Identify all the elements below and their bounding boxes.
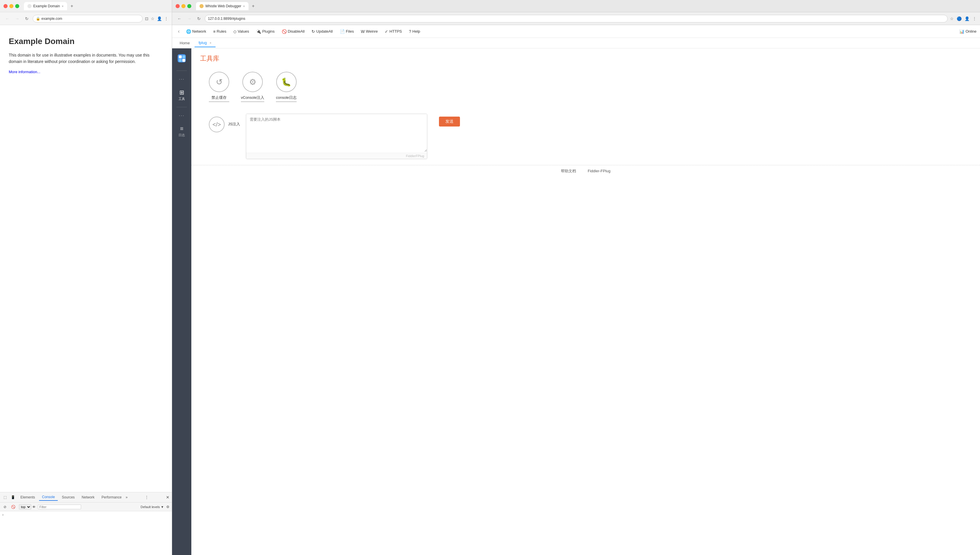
console-filter-input[interactable] [38,505,81,509]
menu-plugins-btn[interactable]: 🔌 Plugins [253,28,278,35]
left-navbar: ← → ↻ 🔒 example.com ⊡ ☆ 👤 ⋮ [0,12,172,25]
menu-disableall-btn[interactable]: 🚫 DisableAll [279,28,308,35]
right-menu-icon[interactable]: ⋮ [972,16,977,21]
right-tab-close-btn[interactable]: × [243,4,245,8]
right-maximize-btn[interactable] [187,4,191,8]
whistle-back-arrow[interactable]: ‹ [175,27,182,35]
left-tab-example-domain[interactable]: Example Domain × [24,2,67,10]
right-tab-favicon [199,4,204,8]
menu-rules-btn[interactable]: ≡ Rules [210,28,229,35]
devtools-inspect-icon[interactable]: ⬚ [2,495,8,500]
right-forward-btn[interactable]: → [185,16,193,22]
sidebar-item-log[interactable]: ≡ 日志 [173,123,190,140]
nav-icons: ⊡ ☆ 👤 ⋮ [145,16,168,21]
right-new-tab-btn[interactable]: + [252,3,255,9]
menu-icon[interactable]: ⋮ [164,16,168,21]
menu-https-btn[interactable]: ✓ HTTPS [382,28,405,35]
minimize-window-btn[interactable] [9,4,13,8]
weinre-icon: W [361,29,365,34]
js-inject-circle[interactable]: </> [209,117,225,132]
devtools-more-tabs[interactable]: » [126,495,128,499]
footer-help-docs[interactable]: 帮助文档 [561,168,576,174]
tool-item-console-log[interactable]: 🐛 console日志 [276,72,297,102]
maximize-window-btn[interactable] [15,4,19,8]
tool-item-disable-cache[interactable]: ↺ 禁止缓存 [209,72,229,102]
code-icon: </> [213,121,221,128]
plugin-content: 工具库 ↺ 禁止缓存 [191,48,980,555]
console-eye-icon[interactable]: 👁 [32,505,35,508]
refresh-btn[interactable]: ↻ [23,16,31,22]
log-icon: ≡ [180,125,183,132]
left-page-content: Example Domain This domain is for use in… [0,25,172,492]
profile-icon[interactable]: 👤 [157,16,162,21]
sidebar-item-dots-2[interactable]: ··· [173,111,190,121]
console-context-wrap: top 👁 [19,504,35,510]
more-info-link[interactable]: More information... [9,70,40,74]
right-bookmark-icon[interactable]: ☆ [950,16,954,21]
disable-cache-icon: ↺ [216,77,223,87]
whistle-menubar: ‹ 🌐 Network ≡ Rules ◇ Values 🔌 [172,25,980,38]
menu-weinre-btn[interactable]: W Weinre [358,28,381,35]
help-icon: ? [409,29,411,34]
console-filter-icon[interactable]: 🚫 [10,504,17,510]
forward-btn[interactable]: → [13,16,21,22]
right-minimize-btn[interactable] [182,4,185,8]
translate-icon[interactable]: ⊡ [145,16,148,21]
menu-updateall-btn[interactable]: ↻ UpdateAll [308,28,336,35]
right-profile-icon[interactable]: 👤 [964,16,969,21]
tab-fplug-close[interactable]: × [210,41,212,45]
svg-rect-1 [179,55,182,58]
close-window-btn[interactable] [3,4,8,8]
right-tab-whistle[interactable]: Whistle Web Debugger × [196,2,249,10]
devtools-close-btn[interactable]: ✕ [166,495,169,500]
menu-disableall-label: DisableAll [288,29,305,34]
menu-values-btn[interactable]: ◇ Values [230,28,252,35]
devtools-tab-performance[interactable]: Performance [99,494,125,500]
footer-fiddler-fplug[interactable]: Fiddler-FPlug [588,169,610,173]
vconsole-icon: ⚙ [249,77,256,87]
right-extension-icon[interactable]: 🔵 [957,16,962,21]
devtools-options-icon[interactable]: ⋮ [145,495,148,499]
left-tab-label: Example Domain [33,4,60,8]
menu-network-btn[interactable]: 🌐 Network [183,28,209,35]
tool-label-vconsole: vConsole注入 [241,95,264,102]
menu-files-btn[interactable]: 📄 Files [337,28,357,35]
tool-circle-console-log: 🐛 [276,72,297,92]
back-btn[interactable]: ← [3,16,11,22]
whistle-sidebar: ··· ⊞ 工具 ··· [172,48,191,555]
devtools-device-icon[interactable]: 📱 [10,495,16,500]
devtools-tab-network[interactable]: Network [79,494,97,500]
sidebar-item-dots-1[interactable]: ··· [173,74,190,84]
online-status: 📊 Online [959,29,977,34]
https-icon: ✓ [385,29,388,34]
tab-home[interactable]: Home [175,39,194,47]
tool-circle-disable-cache: ↺ [209,72,229,92]
right-close-btn[interactable] [175,4,180,8]
devtools-tab-console[interactable]: Console [39,494,58,501]
console-levels[interactable]: Default levels ▼ [141,505,164,508]
logo-svg [175,52,188,65]
whistle-tabs: Home fplug × [172,38,980,48]
js-inject-right: FiddlerFPlug [246,114,427,159]
js-send-button[interactable]: 发送 [439,117,460,127]
right-refresh-btn[interactable]: ↻ [195,16,202,22]
right-back-btn[interactable]: ← [175,16,183,22]
tab-fplug[interactable]: fplug × [194,39,215,47]
js-inject-textarea[interactable] [246,114,427,152]
console-prompt: › [2,513,3,517]
online-label: Online [966,29,977,34]
right-address-bar[interactable]: 127.0.0.1:8899/#plugins [205,15,948,22]
console-clear-icon[interactable]: ⊘ [2,504,8,510]
left-tab-close-btn[interactable]: × [61,4,63,8]
menu-help-btn[interactable]: ? Help [406,28,423,35]
address-bar-left[interactable]: 🔒 example.com [33,15,143,22]
sidebar-item-tools[interactable]: ⊞ 工具 [173,87,190,103]
devtools-tab-elements[interactable]: Elements [18,494,38,500]
new-tab-btn[interactable]: + [71,3,73,9]
bookmark-icon[interactable]: ☆ [151,16,154,21]
tool-item-vconsole[interactable]: ⚙ vConsole注入 [241,72,264,102]
devtools-tab-sources[interactable]: Sources [59,494,77,500]
console-context-select[interactable]: top [19,504,31,510]
console-levels-label: Default levels ▼ [141,505,164,508]
console-settings-icon[interactable]: ⚙ [166,505,169,509]
